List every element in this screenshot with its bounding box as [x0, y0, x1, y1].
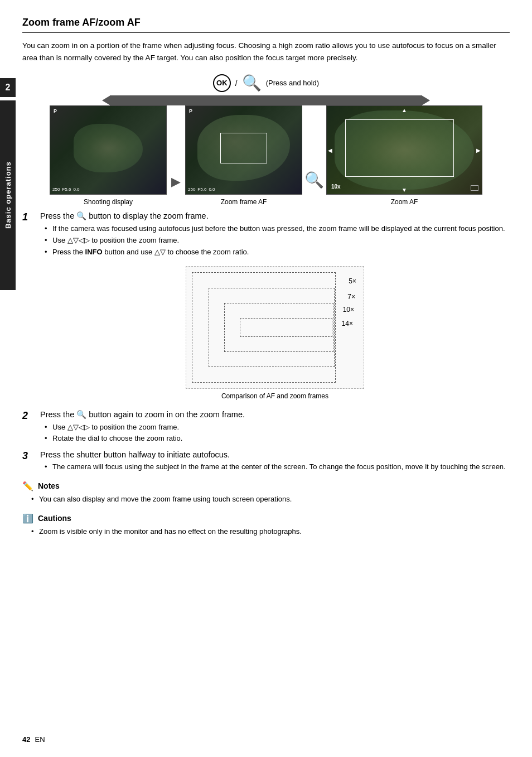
step-1-bullet-2: Use △▽◁▷ to position the zoom frame.	[45, 235, 510, 247]
zoom-rect-14x: 14×	[240, 318, 332, 337]
chapter-label: Basic operations	[0, 100, 16, 290]
zoom-compare-wrapper: 5× 7× 10× 14×	[40, 266, 510, 400]
camera-screen-1: P 250F5.60.0	[50, 105, 167, 195]
step-3-bullet-1: The camera will focus using the subject …	[45, 461, 510, 473]
ok-press-row: OK / 🔍 (Press and hold)	[213, 74, 319, 92]
cautions-list: Zoom is visible only in the monitor and …	[31, 526, 510, 538]
ok-button-icon: OK	[213, 74, 231, 92]
intro-paragraph: You can zoom in on a portion of the fram…	[22, 40, 510, 64]
search-icon-inline-1: 🔍	[76, 211, 86, 220]
cautions-header: ℹ️ Cautions	[22, 513, 510, 524]
steps-section: 1 Press the 🔍 button to display the zoom…	[22, 211, 510, 473]
section-title: Zoom frame AF/zoom AF	[22, 17, 510, 33]
cautions-label: Cautions	[38, 514, 71, 523]
cam-indicator-2: P	[189, 108, 192, 114]
step-3-main: Press the shutter button halfway to init…	[40, 450, 510, 459]
screenshots-row: P 250F5.60.0 Shooting display ▶ P	[50, 105, 482, 206]
step-content-1: Press the 🔍 button to display the zoom f…	[40, 211, 510, 404]
step-3-bullets: The camera will focus using the subject …	[45, 461, 510, 473]
top-diagram: OK / 🔍 (Press and hold) P 250F5.60.0	[22, 74, 510, 206]
nav-arrow-left: ◀	[328, 147, 332, 153]
cautions-icon: ℹ️	[22, 513, 33, 524]
cam-info-bar-1: 250F5.60.0	[52, 187, 80, 192]
step-2-main: Press the 🔍 button again to zoom in on t…	[40, 410, 510, 420]
nav-arrow-down: ▼	[402, 187, 407, 193]
step-3: 3 Press the shutter button halfway to in…	[22, 450, 510, 473]
zoom-label-10x: 10×	[343, 306, 354, 314]
step-1-main: Press the 🔍 button to display the zoom f…	[40, 211, 510, 221]
cam-small-rect	[471, 185, 478, 191]
zoom-level-indicator: 10x	[331, 184, 341, 190]
zoom-frame-box	[220, 133, 267, 163]
zoom-compare-diagram: 5× 7× 10× 14×	[186, 266, 364, 389]
notes-section: ✏️ Notes You can also display and move t…	[22, 481, 510, 505]
page-suffix: EN	[35, 735, 45, 744]
chapter-number: 2	[0, 78, 16, 97]
nav-arrow-up: ▲	[402, 107, 407, 113]
search-magnifier-icon: 🔍	[242, 74, 262, 92]
screen-zoom-af: ◀ ▶ ▲ ▼ 10x Zoom AF	[326, 105, 482, 206]
step-1: 1 Press the 🔍 button to display the zoom…	[22, 211, 510, 404]
zoom-label-14x: 14×	[342, 320, 353, 327]
camera-screen-2: P 250F5.60.0	[185, 105, 302, 195]
page-footer: 42 EN	[22, 735, 45, 744]
arrow-bar	[110, 95, 422, 105]
arrow-right-1: ▶	[167, 175, 185, 189]
step-content-2: Press the 🔍 button again to zoom in on t…	[40, 410, 510, 445]
notes-icon: ✏️	[22, 481, 33, 491]
step-content-3: Press the shutter button halfway to init…	[40, 450, 510, 473]
step-1-bullets: If the camera was focused using autofocu…	[45, 223, 510, 258]
search-magnifier-mid-icon: 🔍	[302, 171, 326, 189]
step-2: 2 Press the 🔍 button again to zoom in on…	[22, 410, 510, 445]
slash-separator: /	[235, 79, 238, 88]
zoom-label-7x: 7×	[347, 293, 355, 301]
zoom-label-5x: 5×	[349, 277, 356, 285]
nav-arrow-right: ▶	[476, 147, 481, 153]
notes-header: ✏️ Notes	[22, 481, 510, 491]
step-number-1: 1	[22, 211, 33, 404]
step-number-2: 2	[22, 410, 33, 445]
step-2-bullets: Use △▽◁▷ to position the zoom frame. Rot…	[45, 422, 510, 445]
cam-info-bar-2: 250F5.60.0	[188, 187, 215, 192]
press-hold-label: (Press and hold)	[266, 79, 319, 87]
page-number: 42	[22, 735, 30, 744]
cautions-section: ℹ️ Cautions Zoom is visible only in the …	[22, 513, 510, 538]
step-2-bullet-2: Rotate the dial to choose the zoom ratio…	[45, 433, 510, 445]
screen-label-shooting: Shooting display	[84, 198, 133, 206]
screen-zoom-frame: P 250F5.60.0 Zoom frame AF	[185, 105, 302, 206]
notes-label: Notes	[38, 481, 60, 490]
search-icon-inline-2: 🔍	[76, 410, 86, 419]
step-1-bullet-1: If the camera was focused using autofocu…	[45, 223, 510, 235]
step-2-bullet-1: Use △▽◁▷ to position the zoom frame.	[45, 422, 510, 433]
notes-item-1: You can also display and move the zoom f…	[31, 494, 510, 505]
camera-screen-3: ◀ ▶ ▲ ▼ 10x	[326, 105, 482, 195]
step-1-bullet-3: Press the INFO button and use △▽ to choo…	[45, 247, 510, 258]
screen-shooting-display: P 250F5.60.0 Shooting display	[50, 105, 167, 206]
cam-indicator-1: P	[54, 108, 57, 114]
step-number-3: 3	[22, 450, 33, 473]
zoom-compare-caption: Comparison of AF and zoom frames	[221, 392, 328, 400]
notes-list: You can also display and move the zoom f…	[31, 494, 510, 505]
screen-label-zoom-frame: Zoom frame AF	[221, 198, 267, 206]
cautions-item-1: Zoom is visible only in the monitor and …	[31, 526, 510, 538]
screen-label-zoom-af: Zoom AF	[391, 198, 418, 206]
